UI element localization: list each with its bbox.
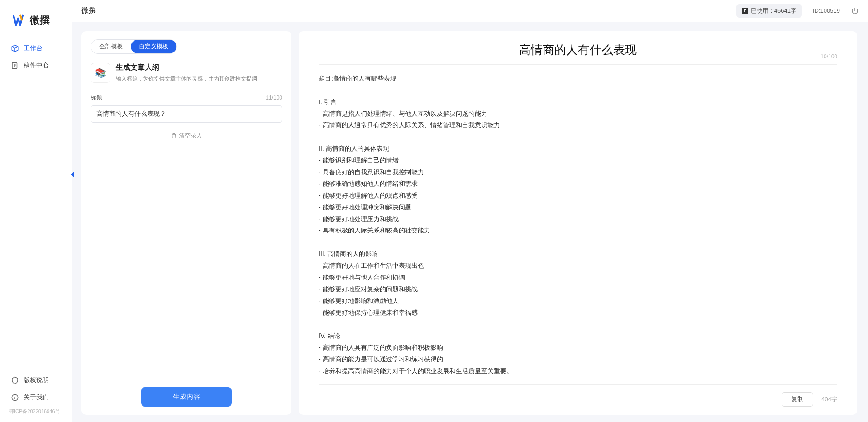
main-area: 微撰 T 已使用：45641字 ID:100519 全部模板 自定义模板 (72, 0, 868, 422)
title-input[interactable] (91, 105, 282, 123)
clear-label: 清空录入 (179, 132, 202, 140)
brand-name: 微撰 (30, 14, 50, 27)
template-name: 生成文章大纲 (116, 63, 257, 72)
template-desc: 输入标题，为你提供文章主体的灵感，并为其创建推文提纲 (116, 75, 257, 83)
usage-text: 已使用：45641字 (751, 7, 796, 15)
sidebar: 微撰 工作台 稿件中心 版权说明 (0, 0, 72, 422)
sidebar-item-about[interactable]: 关于我们 (0, 389, 72, 406)
result-title-counter: 10/100 (820, 53, 837, 60)
power-icon[interactable] (851, 7, 859, 15)
cube-icon (11, 44, 19, 52)
result-body[interactable]: 题目:高情商的人有哪些表现 I. 引言 - 高情商是指人们处理情绪、与他人互动以… (319, 73, 837, 377)
result-panel: 高情商的人有什么表现 10/100 题目:高情商的人有哪些表现 I. 引言 - … (299, 31, 857, 415)
topbar: 微撰 T 已使用：45641字 ID:100519 (72, 0, 868, 22)
brand-logo[interactable]: 微撰 (0, 0, 72, 36)
title-field-label-row: 标题 11/100 (91, 94, 282, 102)
sidebar-nav: 工作台 稿件中心 (0, 36, 72, 372)
title-field-counter: 11/100 (266, 95, 282, 101)
template-tabs: 全部模板 自定义模板 (91, 39, 177, 54)
icp-text: 鄂ICP备2022016946号 (0, 406, 72, 418)
info-icon (11, 394, 19, 402)
sidebar-item-label: 工作台 (24, 44, 43, 52)
word-count: 404字 (821, 395, 837, 403)
copy-button[interactable]: 复制 (782, 392, 813, 407)
title-field-label: 标题 (91, 94, 102, 102)
sidebar-item-label: 版权说明 (24, 376, 49, 384)
result-title: 高情商的人有什么表现 (319, 42, 837, 58)
result-footer: 复制 404字 (319, 384, 837, 407)
usage-badge[interactable]: T 已使用：45641字 (736, 4, 802, 18)
text-icon: T (742, 8, 748, 14)
sidebar-bottom: 版权说明 关于我们 鄂ICP备2022016946号 (0, 372, 72, 422)
app-title: 微撰 (81, 6, 96, 15)
template-icon: 📚 (91, 63, 110, 83)
tab-custom-templates[interactable]: 自定义模板 (131, 40, 176, 53)
sidebar-item-workbench[interactable]: 工作台 (0, 40, 72, 57)
document-icon (11, 62, 19, 70)
sidebar-collapse-handle[interactable] (68, 170, 77, 179)
result-title-row: 高情商的人有什么表现 10/100 (319, 42, 837, 65)
brand-logo-icon (13, 14, 26, 27)
generate-button[interactable]: 生成内容 (141, 387, 232, 407)
shield-icon (11, 376, 19, 384)
content: 全部模板 自定义模板 📚 生成文章大纲 输入标题，为你提供文章主体的灵感，并为其… (72, 22, 868, 422)
user-id: ID:100519 (813, 7, 840, 14)
tab-all-templates[interactable]: 全部模板 (91, 40, 131, 53)
sidebar-item-copyright[interactable]: 版权说明 (0, 372, 72, 389)
clear-input-button[interactable]: 清空录入 (171, 132, 202, 140)
sidebar-item-drafts[interactable]: 稿件中心 (0, 57, 72, 74)
trash-icon (171, 133, 177, 139)
template-card: 📚 生成文章大纲 输入标题，为你提供文章主体的灵感，并为其创建推文提纲 (91, 63, 282, 83)
topbar-right: T 已使用：45641字 ID:100519 (736, 4, 859, 18)
input-panel: 全部模板 自定义模板 📚 生成文章大纲 输入标题，为你提供文章主体的灵感，并为其… (81, 31, 291, 415)
sidebar-item-label: 关于我们 (24, 394, 49, 402)
sidebar-item-label: 稿件中心 (24, 62, 49, 70)
